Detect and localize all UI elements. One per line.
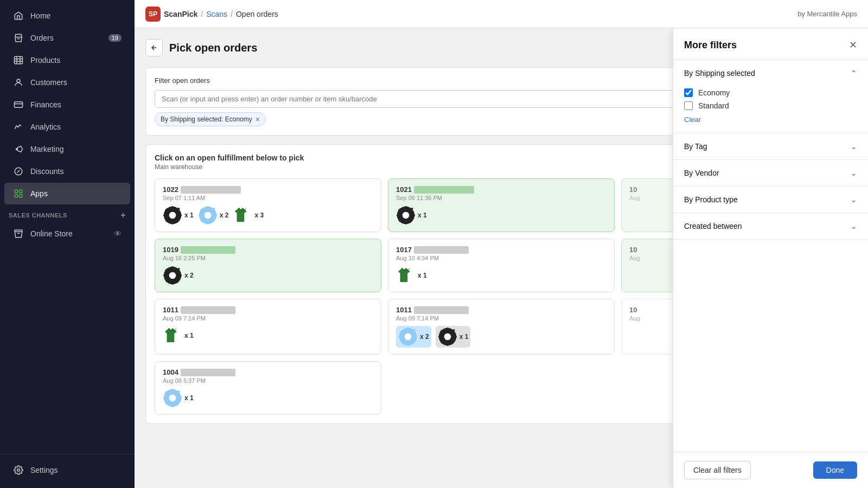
sidebar-nav: Home Orders 19 Products Customers Fina xyxy=(0,0,135,454)
svg-rect-7 xyxy=(15,195,17,197)
sidebar-label-settings: Settings xyxy=(30,466,122,474)
done-button[interactable]: Done xyxy=(813,461,857,479)
svg-rect-74 xyxy=(163,397,167,399)
gear-blue-item: x 2 xyxy=(396,326,431,348)
svg-rect-52 xyxy=(407,328,409,331)
svg-rect-22 xyxy=(207,206,209,209)
order-num: 1021 ██████ xyxy=(396,185,607,194)
svg-rect-12 xyxy=(171,206,174,209)
store-eye-icon[interactable]: 👁 xyxy=(114,229,122,238)
shirt-green-item: x 1 xyxy=(396,266,427,285)
add-channel-button[interactable]: + xyxy=(120,210,126,220)
store-icon xyxy=(13,228,24,239)
sidebar-item-marketing[interactable]: Marketing xyxy=(4,138,130,160)
panel-header: More filters ✕ xyxy=(673,28,868,60)
gear-dark-item: x 1 xyxy=(396,206,427,225)
standard-label[interactable]: Standard xyxy=(698,101,729,110)
svg-rect-8 xyxy=(20,195,22,197)
order-card-1004[interactable]: 1004 ██████ Aug 08 5:37 PM x 1 xyxy=(155,361,381,415)
sidebar-item-online-store[interactable]: Online Store 👁 xyxy=(4,223,130,245)
clear-all-filters-button[interactable]: Clear all filters xyxy=(684,461,751,479)
shirt-green-icon xyxy=(233,206,252,225)
svg-point-31 xyxy=(403,212,410,219)
filter-tag-remove[interactable]: × xyxy=(256,115,260,124)
back-button[interactable] xyxy=(145,39,163,56)
svg-rect-2 xyxy=(15,102,23,108)
sidebar-label-home: Home xyxy=(30,11,122,20)
customers-icon xyxy=(13,77,24,88)
order-card-1017[interactable]: 1017 ██████ Aug 10 4:34 PM x 1 xyxy=(388,239,615,292)
breadcrumb-sep2: / xyxy=(231,10,233,18)
sidebar-item-analytics[interactable]: Analytics xyxy=(4,116,130,138)
sidebar-item-settings[interactable]: Settings xyxy=(4,459,130,481)
breadcrumb-scans[interactable]: Scans xyxy=(206,10,227,18)
page-title: Pick open orders xyxy=(169,42,257,54)
filter-section-product-type-header[interactable]: By Product type ⌄ xyxy=(673,187,868,213)
discounts-icon xyxy=(13,166,24,177)
sidebar-item-discounts[interactable]: Discounts xyxy=(4,160,130,182)
sidebar-label-analytics: Analytics xyxy=(30,123,122,131)
orders-badge: 19 xyxy=(108,34,122,42)
chevron-down-icon: ⌄ xyxy=(851,142,857,151)
gear-dark-icon xyxy=(163,266,182,285)
filter-section-title: Created between xyxy=(684,222,742,230)
economy-checkbox[interactable] xyxy=(684,88,693,97)
gear-dark-icon xyxy=(438,327,457,346)
filter-section-created-header[interactable]: Created between ⌄ xyxy=(673,213,868,239)
sidebar-item-home[interactable]: Home xyxy=(4,5,130,27)
order-num: 1019 ██████ xyxy=(163,246,373,254)
panel-close-button[interactable]: ✕ xyxy=(849,39,857,51)
standard-checkbox[interactable] xyxy=(684,101,693,110)
svg-point-1 xyxy=(17,79,20,82)
sidebar: Home Orders 19 Products Customers Fina xyxy=(0,0,135,488)
svg-rect-14 xyxy=(163,214,167,216)
filter-section-title: By Tag xyxy=(684,142,707,151)
order-card-1021[interactable]: 1021 ██████ Sep 06 11:36 PM x 1 xyxy=(388,178,615,232)
sidebar-item-finances[interactable]: Finances xyxy=(4,94,130,115)
sidebar-label-apps: Apps xyxy=(30,189,122,198)
shipping-clear-link[interactable]: Clear xyxy=(684,115,701,124)
svg-rect-42 xyxy=(171,266,174,269)
svg-rect-32 xyxy=(405,206,407,209)
order-card-1022[interactable]: 1022 ██████ Sep 07 1:11 AM x 1 x 2 xyxy=(155,178,381,232)
economy-label[interactable]: Economy xyxy=(698,88,730,97)
order-card-1011b[interactable]: 1011 ██████ Aug 09 7:14 PM x 2 x 1 xyxy=(388,299,615,355)
filter-section-vendor-header[interactable]: By Vendor ⌄ xyxy=(673,160,868,186)
chevron-down-icon: ⌄ xyxy=(851,169,857,177)
filter-section-tag-header[interactable]: By Tag ⌄ xyxy=(673,133,868,159)
filter-section-shipping: By Shipping selected ⌃ Economy Standard … xyxy=(673,60,868,133)
svg-rect-75 xyxy=(178,397,182,399)
order-items: x 2 xyxy=(163,266,373,285)
order-num: 1011 ██████ xyxy=(396,306,607,314)
svg-rect-5 xyxy=(15,190,17,192)
gear-blue-item: x 1 xyxy=(163,388,194,408)
order-card-1011a[interactable]: 1011 ██████ Aug 09 7:14 PM x 1 xyxy=(155,299,381,355)
breadcrumb: SP ScanPick / Scans / Open orders xyxy=(145,7,278,22)
svg-rect-45 xyxy=(178,274,182,277)
panel-body: By Shipping selected ⌃ Economy Standard … xyxy=(673,60,868,452)
order-num: 1017 ██████ xyxy=(396,246,607,254)
gear-blue-icon xyxy=(198,206,218,225)
filter-section-shipping-header[interactable]: By Shipping selected ⌃ xyxy=(673,60,868,86)
svg-rect-15 xyxy=(178,214,182,216)
filter-section-tag: By Tag ⌄ xyxy=(673,133,868,160)
checkbox-row-standard: Standard xyxy=(684,99,857,112)
order-card-1019[interactable]: 1019 ██████ Aug 16 2:25 PM x 2 xyxy=(155,239,381,292)
sidebar-item-apps[interactable]: Apps xyxy=(4,183,130,204)
sidebar-label-customers: Customers xyxy=(30,78,122,87)
sidebar-item-products[interactable]: Products xyxy=(4,49,130,71)
order-num: 1011 ██████ xyxy=(163,306,373,314)
breadcrumb-sep1: / xyxy=(201,10,203,18)
svg-point-11 xyxy=(169,212,176,219)
filter-section-vendor: By Vendor ⌄ xyxy=(673,160,868,187)
settings-icon xyxy=(13,465,24,476)
finances-icon xyxy=(13,99,24,110)
sidebar-item-orders[interactable]: Orders 19 xyxy=(4,27,130,49)
panel-title: More filters xyxy=(684,40,737,51)
svg-rect-33 xyxy=(405,221,407,224)
sidebar-item-customers[interactable]: Customers xyxy=(4,72,130,93)
shirt-green-icon xyxy=(163,326,182,345)
filter-section-title: By Shipping selected xyxy=(684,69,755,78)
order-date: Aug 09 7:14 PM xyxy=(396,315,607,322)
more-filters-panel: More filters ✕ By Shipping selected ⌃ Ec… xyxy=(673,28,868,488)
